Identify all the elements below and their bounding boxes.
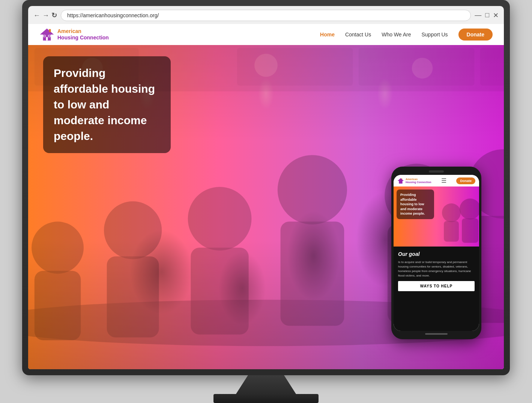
nav-home[interactable]: Home	[320, 32, 335, 38]
forward-button[interactable]: →	[42, 12, 49, 19]
phone-screen: American Housing Connection ☰ Donate	[394, 175, 479, 331]
close-button[interactable]: ✕	[493, 11, 499, 20]
svg-point-34	[460, 198, 479, 220]
nav-who[interactable]: Who We Are	[382, 32, 411, 38]
logo-line1: American	[57, 28, 109, 35]
svg-rect-13	[281, 222, 344, 326]
svg-rect-19	[28, 48, 29, 86]
phone-speaker	[429, 170, 444, 173]
svg-point-32	[442, 203, 461, 222]
phone-ways-to-help[interactable]: WAYS TO HELP	[398, 281, 475, 291]
hero-headline: Providing affordable housing to low and …	[54, 65, 160, 144]
phone-hero-text-box: Providing affordable housing to low and …	[397, 189, 434, 219]
phone-home-bar	[425, 333, 448, 335]
refresh-button[interactable]: ↻	[51, 12, 57, 19]
svg-rect-23	[480, 48, 504, 86]
browser-chrome: ← → ↻ https://americanhousingconnection.…	[28, 6, 504, 24]
phone-goal-title: Our goal	[398, 251, 475, 257]
phone-device: American Housing Connection ☰ Donate	[391, 167, 481, 339]
svg-rect-7	[35, 271, 81, 340]
logo-line2: Housing Connection	[57, 35, 109, 41]
phone-hero-headline: Providing affordable housing to low and …	[400, 192, 430, 216]
site-navigation: American Housing Connection Home Contact…	[28, 24, 504, 45]
donate-button[interactable]: Donate	[458, 29, 493, 41]
svg-rect-11	[191, 248, 248, 334]
house-icon	[39, 28, 54, 41]
hamburger-icon[interactable]: ☰	[441, 177, 446, 184]
svg-point-8	[104, 202, 162, 259]
address-bar[interactable]: https://americanhousingconnection.org/	[61, 10, 471, 21]
svg-point-26	[412, 58, 433, 79]
svg-rect-35	[462, 218, 478, 243]
phone-logo-area: American Housing Connection	[397, 178, 431, 184]
phone-hero: Providing affordable housing to low and …	[394, 186, 479, 247]
window-controls: — □ ✕	[475, 11, 499, 20]
svg-rect-9	[107, 256, 159, 337]
back-button[interactable]: ←	[33, 12, 40, 19]
monitor-base	[213, 394, 319, 403]
svg-point-12	[278, 155, 347, 224]
hero-section: Providing affordable housing to low and …	[28, 45, 504, 369]
hero-text-box: Providing affordable housing to low and …	[43, 56, 171, 153]
svg-rect-31	[401, 178, 402, 179]
svg-point-6	[32, 222, 84, 274]
monitor-stand	[236, 375, 296, 394]
minimize-button[interactable]: —	[475, 11, 481, 20]
svg-point-10	[188, 187, 252, 251]
website-frame: American Housing Connection Home Contact…	[28, 24, 504, 369]
phone-content: Our goal Is to acquire and/ or build tem…	[394, 247, 479, 331]
phone-goal-text: Is to acquire and/ or build temporary an…	[398, 260, 475, 278]
phone-logo-line1: American	[406, 178, 431, 181]
phone-house-icon	[397, 178, 404, 184]
phone-nav: American Housing Connection ☰ Donate	[394, 175, 479, 186]
svg-marker-0	[40, 29, 54, 41]
nav-contact[interactable]: Contact Us	[345, 32, 371, 38]
logo-area: American Housing Connection	[39, 28, 109, 41]
browser-controls: ← → ↻	[33, 12, 57, 19]
phone-donate-button[interactable]: Donate	[456, 177, 475, 184]
nav-links: Home Contact Us Who We Are Support Us Do…	[320, 29, 493, 41]
nav-support[interactable]: Support Us	[422, 32, 448, 38]
url-text: https://americanhousingconnection.org/	[67, 12, 159, 18]
svg-point-25	[254, 54, 278, 77]
svg-marker-30	[398, 178, 404, 183]
svg-rect-4	[49, 29, 51, 32]
phone-logo-line2: Housing Connection	[406, 181, 431, 184]
monitor-shell: ← → ↻ https://americanhousingconnection.…	[22, 0, 510, 375]
browser-toolbar: ← → ↻ https://americanhousingconnection.…	[33, 10, 499, 21]
maximize-button[interactable]: □	[485, 11, 489, 20]
svg-rect-21	[237, 48, 353, 86]
svg-rect-33	[444, 221, 459, 242]
logo-text: American Housing Connection	[57, 28, 109, 41]
